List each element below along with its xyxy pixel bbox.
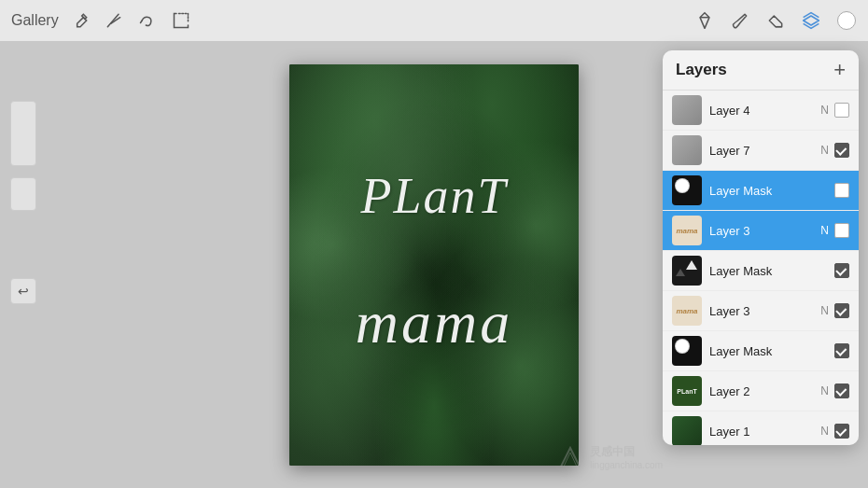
layer-row[interactable]: Layer Mask [663,251,859,291]
canvas-text-mama: mama [289,288,579,357]
pen-nib-icon[interactable] [694,10,715,31]
layer-row[interactable]: Layer Mask [663,331,859,371]
layer-visibility-checkbox[interactable] [834,183,849,198]
layer-visibility-checkbox[interactable] [834,143,849,158]
left-sidebar: ↩ [0,82,47,488]
eraser-icon[interactable] [765,10,786,31]
layer-visibility-checkbox[interactable] [834,424,849,439]
brush-size-slider[interactable] [10,101,36,166]
layer-visibility-checkbox[interactable] [834,383,849,398]
pen-tool-icon[interactable] [70,10,91,31]
canvas-artwork: PLanT mama [289,64,579,466]
layer-mode: N [820,304,829,317]
layer-mode: N [820,104,829,117]
layer-name: Layer 3 [709,304,820,318]
layer-name: Layer 2 [709,384,820,398]
opacity-slider[interactable] [10,177,36,211]
layer-name: Layer Mask [709,184,834,198]
toolbar-left-icons [70,10,191,31]
layer-row[interactable]: Layer 1N [663,411,859,445]
layers-panel: Layers + Layer 4NLayer 7NLayer MaskmamaL… [663,50,859,445]
layer-row[interactable]: Layer 7N [663,131,859,171]
watermark-text: 灵感中国 lingganchina.com [590,444,663,470]
layer-visibility-checkbox[interactable] [834,343,849,358]
watermark-logo [556,443,584,471]
layer-name: Layer 1 [709,425,820,439]
layers-panel-icon[interactable] [801,10,821,31]
gallery-button[interactable]: Gallery [11,12,59,29]
layer-mode: N [820,224,829,237]
top-toolbar: Gallery [0,0,868,41]
layer-name: Layer Mask [709,264,834,278]
layer-name: Layer 7 [709,144,820,158]
layers-panel-header: Layers + [663,50,859,91]
layer-row[interactable]: mamaLayer 3N [663,291,859,331]
brush-icon[interactable] [730,10,750,31]
watermark: 灵感中国 lingganchina.com [556,443,663,471]
layer-visibility-checkbox[interactable] [834,103,849,118]
color-picker-icon[interactable] [836,10,857,31]
undo-button[interactable]: ↩ [10,278,36,304]
layers-panel-title: Layers [676,61,727,79]
layer-visibility-checkbox[interactable] [834,303,849,318]
layer-row[interactable]: Layer Mask [663,171,859,211]
layer-visibility-checkbox[interactable] [834,263,849,278]
layer-name: Layer Mask [709,344,834,358]
smudge-tool-icon[interactable] [137,10,158,31]
calligraphy-tool-icon[interactable] [104,10,124,31]
layer-row[interactable]: PLanTLayer 2N [663,371,859,411]
toolbar-right-icons [694,10,857,31]
layer-row[interactable]: mamaLayer 3N [663,211,859,251]
svg-line-0 [140,21,142,23]
layer-mode: N [820,425,829,438]
layers-list: Layer 4NLayer 7NLayer MaskmamaLayer 3NLa… [663,91,859,445]
layer-mode: N [820,384,829,397]
layer-name: Layer 3 [709,224,820,238]
layer-visibility-checkbox[interactable] [834,223,849,238]
add-layer-button[interactable]: + [833,60,846,80]
layer-mode: N [820,144,829,157]
canvas-text-plant: PLanT [289,167,579,225]
layer-row[interactable]: Layer 4N [663,91,859,131]
layer-name: Layer 4 [709,104,820,118]
selection-tool-icon[interactable] [171,10,191,31]
